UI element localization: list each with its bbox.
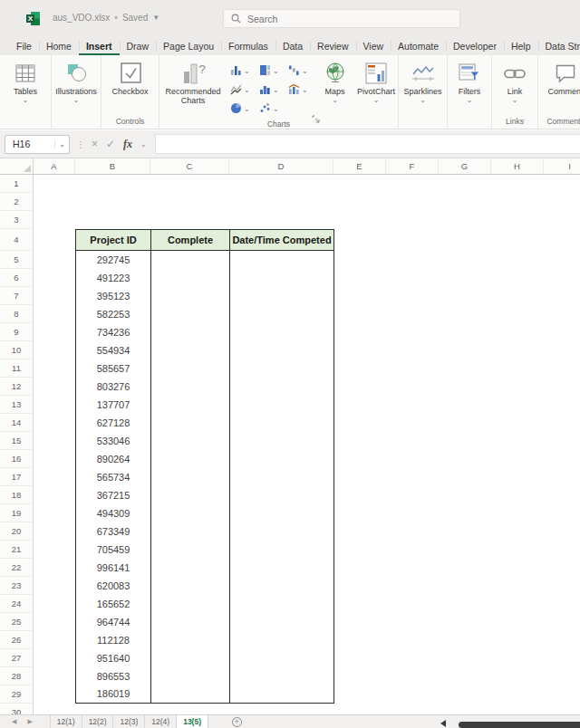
ribbon-tab[interactable]: Data	[276, 36, 310, 55]
header-datetime-competed[interactable]: Date/Time Competed	[230, 230, 334, 251]
checkbox-button[interactable]: Checkbox	[109, 58, 150, 98]
search-input[interactable]	[247, 14, 452, 24]
row-header[interactable]: 17	[0, 468, 34, 486]
ribbon-tab[interactable]: View	[356, 36, 392, 55]
cell-project-id[interactable]: 112128	[76, 631, 151, 649]
cell-datetime[interactable]	[230, 595, 334, 613]
ribbon-tab[interactable]: Page Layou	[156, 36, 221, 55]
cell-project-id[interactable]: 620083	[76, 577, 151, 595]
cell-project-id[interactable]: 292745	[76, 251, 151, 269]
row-header[interactable]: 16	[0, 450, 34, 468]
cell-project-id[interactable]: 627128	[76, 414, 151, 432]
cell-project-id[interactable]: 705459	[76, 541, 151, 559]
cell-project-id[interactable]: 491223	[76, 269, 151, 287]
row-header[interactable]: 22	[0, 559, 34, 577]
cell-datetime[interactable]	[230, 432, 334, 450]
cell-project-id[interactable]: 964744	[76, 613, 151, 631]
cell-complete[interactable]	[151, 595, 230, 613]
ribbon-tab[interactable]: Draw	[120, 36, 157, 55]
ribbon-tab[interactable]: Help	[504, 36, 538, 55]
ribbon-tab[interactable]: Developer	[446, 36, 504, 55]
row-header[interactable]: 2	[0, 193, 34, 211]
hierarchy-chart-button[interactable]: ⌄	[256, 63, 279, 80]
row-header[interactable]: 26	[0, 631, 34, 649]
row-header[interactable]: 18	[0, 486, 34, 504]
cell-project-id[interactable]: 137707	[76, 396, 151, 414]
pivotchart-button[interactable]: PivotChart ⌄	[354, 58, 398, 106]
statistic-chart-button[interactable]: ⌄	[256, 82, 279, 99]
cell-complete[interactable]	[151, 649, 230, 667]
ribbon-tab[interactable]: File	[9, 36, 39, 55]
header-complete[interactable]: Complete	[151, 230, 230, 251]
sheet-tab[interactable]: 12(1)	[50, 715, 82, 728]
column-header[interactable]: H	[491, 158, 544, 175]
cell-project-id[interactable]: 896553	[76, 667, 151, 685]
cell-complete[interactable]	[151, 251, 230, 269]
cell-datetime[interactable]	[230, 251, 334, 269]
new-sheet-button[interactable]: +	[232, 717, 242, 727]
cell-datetime[interactable]	[230, 486, 334, 504]
tables-button[interactable]: Tables ⌄	[11, 58, 40, 106]
cell-complete[interactable]	[151, 667, 230, 685]
cell-complete[interactable]	[151, 341, 230, 359]
row-header[interactable]: 1	[0, 175, 34, 193]
cancel-icon[interactable]: ×	[92, 138, 98, 150]
line-chart-button[interactable]: ⌄	[227, 82, 250, 99]
column-header[interactable]: E	[334, 158, 386, 175]
cell-project-id[interactable]: 951640	[76, 649, 151, 667]
cell-datetime[interactable]	[230, 359, 334, 378]
cell-datetime[interactable]	[230, 305, 334, 323]
ribbon-tab[interactable]: Automate	[391, 36, 446, 55]
cell-complete[interactable]	[151, 323, 230, 341]
cell-datetime[interactable]	[230, 649, 334, 667]
row-header[interactable]: 9	[0, 323, 34, 341]
row-header[interactable]: 24	[0, 595, 34, 613]
row-header[interactable]: 3	[0, 211, 34, 229]
ribbon-tab[interactable]: Home	[39, 36, 79, 55]
chevron-down-icon[interactable]: ▼	[152, 14, 160, 22]
pie-chart-button[interactable]: ⌄	[227, 101, 250, 118]
cell-complete[interactable]	[151, 378, 230, 396]
illustrations-button[interactable]: Illustrations ⌄	[53, 58, 100, 106]
chevron-down-icon[interactable]: ⌄	[54, 140, 69, 148]
horizontal-scrollbar-thumb[interactable]	[459, 722, 580, 728]
cell-complete[interactable]	[151, 269, 230, 287]
column-chart-button[interactable]: ⌄	[227, 63, 250, 80]
row-header[interactable]: 4	[0, 229, 34, 251]
row-header[interactable]: 5	[0, 251, 34, 269]
cell-project-id[interactable]: 565734	[76, 468, 151, 486]
cell-datetime[interactable]	[230, 414, 334, 432]
name-box[interactable]: H16 ⌄	[5, 135, 70, 154]
cell-datetime[interactable]	[230, 269, 334, 287]
row-header[interactable]: 7	[0, 287, 34, 305]
cell-project-id[interactable]: 803276	[76, 378, 151, 396]
row-header[interactable]: 15	[0, 432, 34, 450]
cell-project-id[interactable]: 585657	[76, 359, 151, 378]
column-header[interactable]: B	[75, 158, 150, 175]
row-header[interactable]: 19	[0, 504, 34, 522]
sheet-tab[interactable]: 12(4)	[145, 715, 177, 728]
cell-project-id[interactable]: 186019	[76, 685, 151, 704]
row-header[interactable]: 6	[0, 269, 34, 287]
cell-project-id[interactable]: 734236	[76, 323, 151, 341]
cell-datetime[interactable]	[230, 378, 334, 396]
search-box[interactable]	[223, 9, 460, 28]
cell-project-id[interactable]: 554934	[76, 341, 151, 359]
cell-datetime[interactable]	[230, 396, 334, 414]
column-header[interactable]: G	[439, 158, 491, 175]
cell-project-id[interactable]: 494309	[76, 504, 151, 522]
cell-complete[interactable]	[151, 305, 230, 323]
ribbon-tab[interactable]: Insert	[79, 36, 120, 55]
cell-project-id[interactable]: 673349	[76, 522, 151, 541]
cell-datetime[interactable]	[230, 287, 334, 305]
cell-project-id[interactable]: 890264	[76, 450, 151, 468]
cell-complete[interactable]	[151, 504, 230, 522]
cell-datetime[interactable]	[230, 613, 334, 631]
filters-button[interactable]: Filters ⌄	[455, 58, 484, 106]
column-header[interactable]: A	[34, 158, 75, 175]
row-header[interactable]: 10	[0, 341, 34, 359]
enter-icon[interactable]: ✓	[106, 138, 115, 150]
ribbon-tab[interactable]: Review	[310, 36, 355, 55]
recommended-charts-button[interactable]: ? Recommended Charts	[161, 58, 225, 108]
cell-project-id[interactable]: 533046	[76, 432, 151, 450]
